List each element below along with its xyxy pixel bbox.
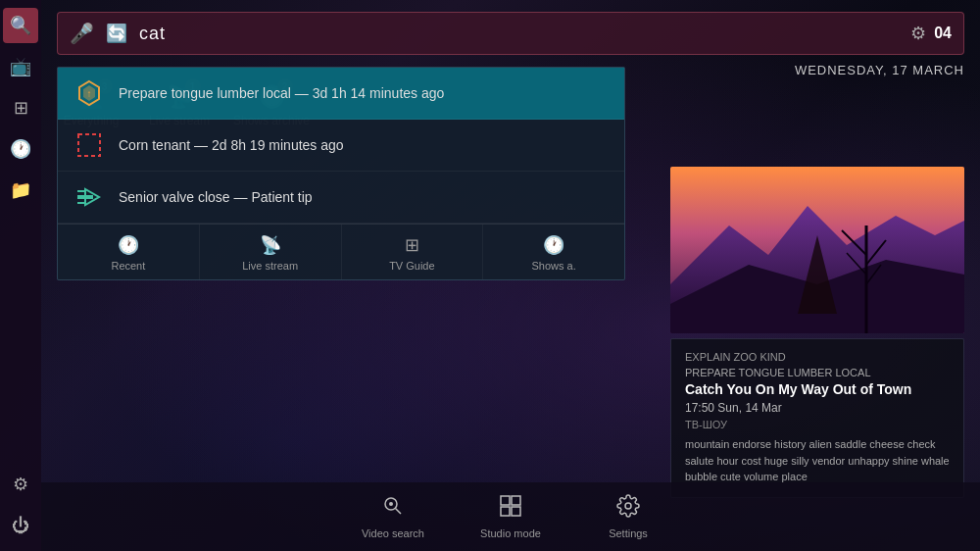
inner-tab-livestream[interactable]: 📡 Live stream (200, 225, 342, 279)
bottom-tab-settings[interactable]: Settings (589, 494, 667, 539)
history-icon: 🕐 (10, 138, 31, 160)
sidebar-item-grid[interactable]: ⊞ (3, 90, 38, 125)
info-channel: Explain zoo kind (685, 351, 950, 363)
search-result-2[interactable]: Corn tenant — 2d 8h 19 minutes ago (58, 120, 624, 172)
grid-icon: ⊞ (14, 97, 28, 119)
svg-rect-21 (501, 507, 510, 516)
svg-point-23 (625, 503, 631, 509)
thumbnail-panel (670, 167, 964, 333)
power-icon: ⏻ (12, 516, 29, 536)
bottom-bar: Video search Studio mode Settings (41, 482, 980, 551)
bottom-tab-studio-mode[interactable]: Studio mode (471, 494, 550, 539)
sidebar-item-history[interactable]: 🕐 (3, 131, 38, 167)
livestream-tab-label: Live stream (242, 260, 298, 272)
search-result-1[interactable]: ↑ Prepare tongue lumber local — 3d 1h 14… (58, 68, 624, 120)
svg-line-17 (396, 509, 402, 515)
inner-tab-bar: 🕐 Recent 📡 Live stream ⊞ TV Guide 🕐 Show… (58, 224, 624, 279)
svg-point-18 (389, 502, 393, 506)
sidebar: 🔍 📺 ⊞ 🕐 📁 ⚙ ⏻ (0, 0, 41, 551)
time-display: 04 (934, 25, 952, 42)
sidebar-item-tv[interactable]: 📺 (3, 49, 38, 84)
settings-icon: ⚙ (13, 474, 28, 495)
inner-tab-shows[interactable]: 🕐 Shows a. (483, 225, 624, 279)
svg-text:↑: ↑ (87, 88, 92, 99)
inner-tab-recent[interactable]: 🕐 Recent (58, 225, 200, 279)
gear-button[interactable]: ⚙ (910, 23, 926, 44)
info-time: 17:50 Sun, 14 Mar (685, 401, 950, 415)
svg-rect-20 (512, 496, 520, 505)
date-display: WEDNESDAY, 17 MARCH (795, 63, 964, 77)
video-search-icon (381, 494, 405, 524)
bottom-tab-video-search[interactable]: Video search (354, 494, 432, 539)
folder-icon: 📁 (10, 179, 31, 201)
livestream-tab-icon: 📡 (260, 234, 281, 256)
studio-mode-icon (499, 494, 522, 524)
search-query[interactable]: cat (139, 24, 899, 44)
hexagon-icon: ↑ (74, 77, 105, 109)
search-result-1-text: Prepare tongue lumber local — 3d 1h 14 m… (119, 85, 444, 101)
settings-bottom-icon (616, 494, 640, 524)
svg-rect-3 (78, 134, 100, 156)
refresh-button[interactable]: 🔄 (106, 23, 127, 44)
recent-tab-icon: 🕐 (118, 234, 139, 256)
settings-bottom-label: Settings (609, 527, 648, 539)
dotted-square-icon (74, 129, 105, 161)
search-right-controls: ⚙ 04 (910, 23, 952, 44)
arrow-icon (74, 181, 105, 213)
shows-tab-icon: 🕐 (543, 234, 564, 256)
recent-tab-label: Recent (111, 260, 145, 272)
info-title-main: Catch You On My Way Out of Town (685, 381, 950, 397)
inner-tab-tvguide[interactable]: ⊞ TV Guide (342, 225, 484, 279)
search-icon: 🔍 (10, 15, 31, 36)
tvguide-tab-label: TV Guide (389, 260, 434, 272)
thumbnail-image (670, 167, 964, 333)
sidebar-item-folder[interactable]: 📁 (3, 173, 38, 208)
svg-rect-19 (501, 496, 510, 505)
info-description: mountain endorse history alien saddle ch… (685, 436, 950, 485)
search-results-panel: ↑ Prepare tongue lumber local — 3d 1h 14… (57, 67, 625, 280)
tv-icon: 📺 (10, 56, 31, 77)
sidebar-item-settings[interactable]: ⚙ (3, 467, 38, 502)
mic-button[interactable]: 🎤 (70, 22, 94, 45)
search-result-3[interactable]: Senior valve close — Patient tip (58, 172, 624, 224)
sidebar-item-search[interactable]: 🔍 (3, 8, 38, 43)
search-bar: 🎤 🔄 cat ⚙ 04 (57, 12, 964, 55)
main-content: 🎤 🔄 cat ⚙ 04 WEDNESDAY, 17 MARCH 👤 3 Eve… (41, 0, 980, 551)
info-tag: ТВ-ШОУ (685, 419, 950, 430)
info-title-small: Prepare tongue lumber local (685, 367, 950, 378)
shows-tab-label: Shows a. (532, 260, 576, 272)
search-result-2-text: Corn tenant — 2d 8h 19 minutes ago (119, 137, 344, 153)
video-search-label: Video search (362, 527, 424, 539)
sidebar-item-power[interactable]: ⏻ (3, 508, 38, 543)
studio-mode-label: Studio mode (480, 527, 541, 539)
info-panel: Explain zoo kind Prepare tongue lumber l… (670, 338, 964, 498)
tvguide-tab-icon: ⊞ (405, 234, 419, 256)
svg-rect-22 (512, 507, 520, 516)
search-result-3-text: Senior valve close — Patient tip (119, 189, 313, 205)
